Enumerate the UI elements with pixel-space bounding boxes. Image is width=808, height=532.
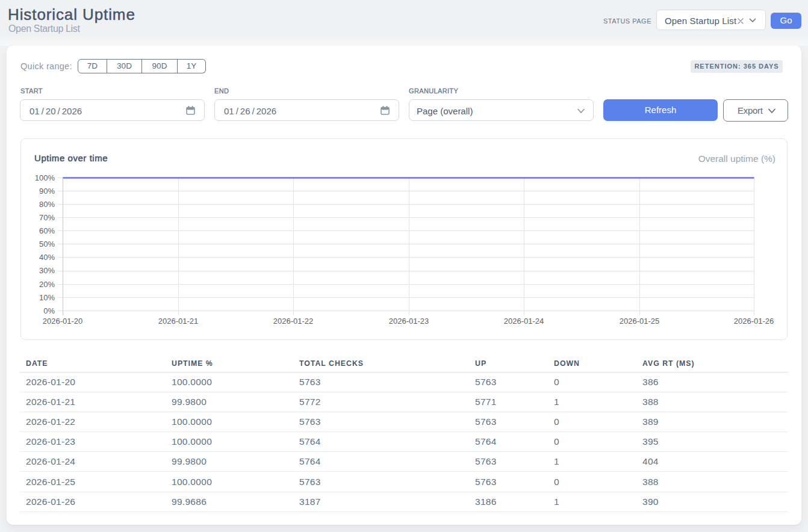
svg-text:2026-01-21: 2026-01-21: [158, 317, 199, 326]
svg-text:2026-01-25: 2026-01-25: [620, 317, 660, 326]
svg-text:20%: 20%: [39, 280, 55, 289]
svg-text:80%: 80%: [39, 200, 55, 209]
svg-text:0%: 0%: [43, 306, 55, 315]
svg-text:100%: 100%: [35, 173, 55, 182]
svg-text:70%: 70%: [39, 213, 55, 222]
svg-text:2026-01-24: 2026-01-24: [504, 317, 544, 326]
svg-text:90%: 90%: [39, 187, 55, 196]
svg-text:50%: 50%: [39, 240, 55, 249]
svg-text:2026-01-26: 2026-01-26: [734, 317, 774, 326]
svg-text:30%: 30%: [39, 266, 55, 275]
svg-text:10%: 10%: [39, 293, 55, 302]
svg-text:2026-01-20: 2026-01-20: [43, 317, 83, 326]
svg-text:40%: 40%: [39, 253, 55, 262]
svg-text:2026-01-22: 2026-01-22: [273, 317, 314, 326]
svg-text:2026-01-23: 2026-01-23: [389, 317, 429, 326]
svg-text:60%: 60%: [39, 226, 55, 235]
